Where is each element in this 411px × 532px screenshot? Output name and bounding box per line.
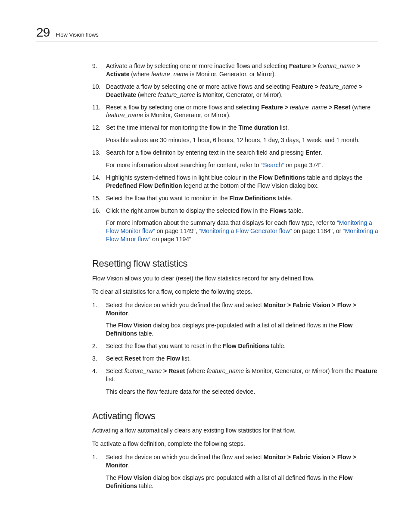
text-run: Flows — [270, 207, 287, 214]
list-item: 1.Select the device on which you defined… — [92, 301, 378, 338]
paragraph: Activating a flow automatically clears a… — [92, 426, 378, 435]
text-run: Enter — [305, 149, 321, 156]
text-run: > Reset — [327, 104, 350, 111]
text-run: on page 1194" — [150, 236, 191, 243]
text-run: The — [106, 322, 118, 329]
text-run: feature_name — [151, 71, 188, 78]
step-number: 12. — [92, 124, 100, 132]
text-run: on page 1149", — [155, 227, 199, 234]
heading-activating: Activating flows — [92, 410, 378, 423]
text-run: Flow Vision — [118, 322, 152, 329]
text-run: The — [106, 474, 118, 481]
text-run: Possible values are 30 minutes, 1 hour, … — [106, 137, 360, 143]
text-run: table. — [137, 330, 153, 337]
text-run: Flow Vision — [118, 474, 152, 481]
text-run: For more information about the summary d… — [106, 219, 337, 226]
list-item: 14.Highlights system-defined flows in li… — [92, 174, 378, 190]
heading-resetting: Resetting flow statistics — [92, 257, 378, 270]
text-run: For more information about searching for… — [106, 162, 261, 168]
text-run: feature_name — [106, 112, 143, 118]
text-run: feature_name — [158, 91, 195, 98]
step-number: 1. — [92, 301, 97, 309]
text-run: Activate — [106, 71, 129, 78]
text-run: Select the device on which you defined t… — [106, 454, 264, 460]
text-run: from the — [141, 355, 166, 362]
text-run: Select the flow that you want to monitor… — [106, 195, 229, 202]
text-run: is Monitor, Generator, or Mirror). — [143, 112, 230, 118]
step-number: 10. — [92, 83, 100, 91]
step-text: Highlights system-defined flows in light… — [106, 174, 378, 190]
text-run: (where — [350, 104, 371, 111]
list-item: 13.Search for a flow definiton by enteri… — [92, 149, 378, 169]
text-run: Reset — [125, 355, 141, 362]
text-run: Predefined Flow Definition — [106, 182, 182, 189]
step-number: 16. — [92, 207, 100, 215]
text-run: Flow Definitions — [229, 195, 276, 202]
text-run: Set the time interval for monitoring the… — [106, 124, 238, 131]
step-number: 11. — [92, 103, 100, 112]
text-run: . — [128, 310, 130, 317]
step-number: 4. — [92, 367, 97, 375]
text-run: list. — [180, 355, 191, 362]
text-run: on page 1184", or — [292, 227, 343, 234]
page-number: 29 — [36, 25, 50, 40]
text-run: table and diplays the — [305, 174, 362, 181]
text-run: (where — [185, 367, 207, 374]
text-run: feature_name — [207, 367, 244, 374]
text-run: Deactivate a flow by selecting one or mo… — [106, 83, 291, 90]
list-item: 10.Deactivate a flow by selecting one or… — [92, 83, 378, 99]
text-run: table. — [269, 342, 286, 349]
step-number: 13. — [92, 149, 100, 157]
text-run: Click the right arrow button to display … — [106, 207, 270, 214]
cross-reference-link[interactable]: “Search” — [261, 162, 284, 168]
text-run: legend at the bottom of the Flow Vision … — [182, 182, 319, 189]
step-text: Select the device on which you defined t… — [106, 301, 378, 317]
step-extra-text: This clears the flow feature data for th… — [106, 388, 378, 396]
paragraph: To activate a flow definition, complete … — [92, 440, 378, 448]
step-text: Click the right arrow button to display … — [106, 207, 378, 215]
list-item: 1.Select the device on which you defined… — [92, 453, 378, 490]
list-item: 11.Reset a flow by selecting one or more… — [92, 103, 378, 120]
text-run: > Reset — [162, 367, 185, 374]
text-run: is Monitor, Generator, or Mirror). — [195, 91, 283, 98]
page-header: 29 Flow Vision flows — [36, 25, 378, 41]
text-run: Reset a flow by selecting one or more fl… — [106, 104, 261, 111]
step-number: 15. — [92, 194, 100, 202]
text-run: is Monitor, Generator, or Mirror). — [188, 71, 276, 78]
step-extra-text: The Flow Vision dialog box displays pre-… — [106, 474, 378, 490]
text-run: on page 374". — [284, 162, 323, 168]
step-text: Set the time interval for monitoring the… — [106, 124, 378, 132]
list-item: 15.Select the flow that you want to moni… — [92, 194, 378, 202]
cross-reference-link[interactable]: “Monitoring a Flow Generator flow” — [199, 227, 292, 234]
text-run: feature_name — [320, 83, 357, 90]
text-run: Feature > — [261, 104, 290, 111]
step-text: Select the device on which you defined t… — [106, 453, 378, 470]
page: 29 Flow Vision flows 9.Activate a flow b… — [0, 0, 411, 520]
step-extra-text: The Flow Vision dialog box displays pre-… — [106, 321, 378, 338]
text-run: Highlights system-defined flows in light… — [106, 174, 259, 181]
text-run: table. — [137, 482, 153, 489]
text-run: feature_name — [290, 104, 327, 111]
text-run: feature_name — [318, 62, 355, 69]
text-run: (where — [136, 91, 158, 98]
step-text: Reset a flow by selecting one or more fl… — [106, 103, 378, 120]
step-extra-text: For more information about the summary d… — [106, 219, 378, 243]
text-run: table. — [276, 195, 293, 202]
step-number: 14. — [92, 174, 100, 182]
step-list-activating: 1.Select the device on which you defined… — [92, 453, 378, 490]
text-run: dialog box displays pre-populated with a… — [152, 322, 339, 329]
text-run: table. — [286, 207, 303, 214]
step-text: Deactivate a flow by selecting one or mo… — [106, 83, 378, 99]
paragraph: Flow Vision allows you to clear (reset) … — [92, 274, 378, 283]
text-run: dialog box displays pre-populated with a… — [152, 474, 339, 481]
step-number: 9. — [92, 62, 97, 70]
step-text: Select the flow that you want to reset i… — [106, 342, 378, 350]
text-run: This clears the flow feature data for th… — [106, 388, 255, 395]
list-item: 2.Select the flow that you want to reset… — [92, 342, 378, 350]
text-run: Select the device on which you defined t… — [106, 302, 264, 308]
step-text: Select Reset from the Flow list. — [106, 355, 378, 363]
step-extra-text: Possible values are 30 minutes, 1 hour, … — [106, 136, 378, 144]
step-text: Activate a flow by selecting one or more… — [106, 62, 378, 78]
text-run: Feature > — [291, 83, 320, 90]
text-run: . — [321, 149, 323, 156]
